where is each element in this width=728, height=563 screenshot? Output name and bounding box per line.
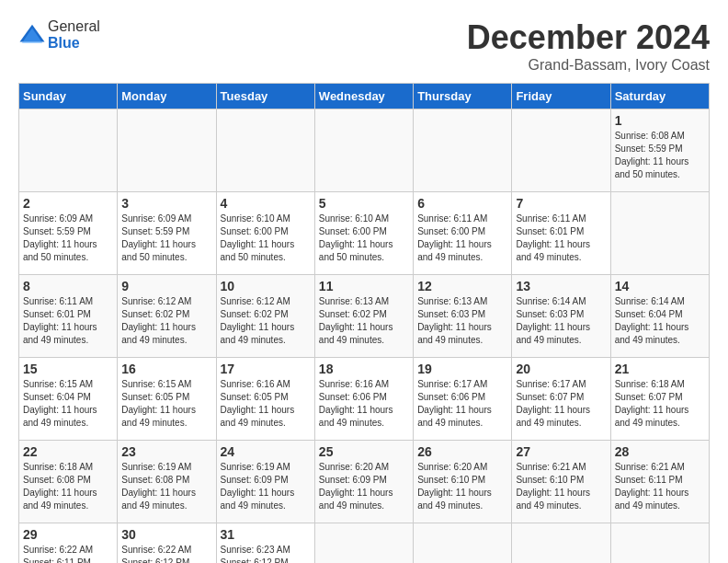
calendar-cell: 7Sunrise: 6:11 AM Sunset: 6:01 PM Daylig… [512, 192, 610, 275]
day-number: 28 [615, 444, 705, 459]
calendar-week-row: 15Sunrise: 6:15 AM Sunset: 6:04 PM Dayli… [19, 358, 710, 441]
calendar-cell [216, 109, 314, 192]
calendar-cell: 24Sunrise: 6:19 AM Sunset: 6:09 PM Dayli… [216, 441, 314, 523]
day-number: 12 [417, 279, 507, 293]
day-number: 14 [615, 279, 705, 293]
page-header: General Blue December 2024 Grand-Bassam,… [18, 18, 710, 74]
day-number: 21 [615, 362, 705, 376]
weekday-header: Wednesday [314, 84, 413, 109]
calendar-cell [414, 109, 512, 192]
day-info: Sunrise: 6:10 AM Sunset: 6:00 PM Dayligh… [221, 213, 311, 264]
logo: General Blue [18, 18, 100, 52]
day-info: Sunrise: 6:12 AM Sunset: 6:02 PM Dayligh… [221, 295, 311, 347]
calendar-cell: 30Sunrise: 6:22 AM Sunset: 6:12 PM Dayli… [118, 523, 216, 564]
calendar-cell: 18Sunrise: 6:16 AM Sunset: 6:06 PM Dayli… [314, 358, 413, 441]
day-info: Sunrise: 6:21 AM Sunset: 6:11 PM Dayligh… [615, 461, 705, 512]
calendar-cell: 19Sunrise: 6:17 AM Sunset: 6:06 PM Dayli… [414, 358, 512, 441]
calendar-cell: 2Sunrise: 6:09 AM Sunset: 5:59 PM Daylig… [19, 192, 118, 275]
day-number: 11 [319, 279, 409, 293]
weekday-header: Tuesday [216, 84, 314, 109]
day-number: 13 [516, 279, 606, 293]
calendar-cell: 5Sunrise: 6:10 AM Sunset: 6:00 PM Daylig… [314, 192, 413, 275]
location-subtitle: Grand-Bassam, Ivory Coast [467, 57, 710, 74]
calendar-cell: 31Sunrise: 6:23 AM Sunset: 6:12 PM Dayli… [216, 523, 314, 564]
day-info: Sunrise: 6:21 AM Sunset: 6:10 PM Dayligh… [516, 461, 606, 512]
logo-blue-text: Blue [48, 35, 80, 51]
calendar-cell: 15Sunrise: 6:15 AM Sunset: 6:04 PM Dayli… [19, 358, 118, 441]
weekday-header: Thursday [414, 84, 512, 109]
header-row: SundayMondayTuesdayWednesdayThursdayFrid… [19, 84, 710, 109]
day-info: Sunrise: 6:23 AM Sunset: 6:12 PM Dayligh… [221, 544, 311, 563]
day-number: 15 [23, 362, 113, 376]
calendar-cell: 10Sunrise: 6:12 AM Sunset: 6:02 PM Dayli… [216, 275, 314, 358]
day-info: Sunrise: 6:18 AM Sunset: 6:08 PM Dayligh… [23, 461, 113, 512]
calendar-cell [118, 109, 216, 192]
day-info: Sunrise: 6:16 AM Sunset: 6:06 PM Dayligh… [319, 378, 409, 430]
title-block: December 2024 Grand-Bassam, Ivory Coast [467, 18, 710, 74]
weekday-header: Sunday [19, 84, 118, 109]
day-number: 22 [23, 444, 113, 459]
day-info: Sunrise: 6:09 AM Sunset: 5:59 PM Dayligh… [23, 213, 113, 264]
weekday-header: Saturday [610, 84, 709, 109]
calendar-cell: 8Sunrise: 6:11 AM Sunset: 6:01 PM Daylig… [19, 275, 118, 358]
day-info: Sunrise: 6:09 AM Sunset: 5:59 PM Dayligh… [121, 213, 211, 264]
calendar-cell: 17Sunrise: 6:16 AM Sunset: 6:05 PM Dayli… [216, 358, 314, 441]
day-info: Sunrise: 6:20 AM Sunset: 6:09 PM Dayligh… [319, 461, 409, 512]
calendar-cell: 29Sunrise: 6:22 AM Sunset: 6:11 PM Dayli… [19, 523, 118, 564]
calendar-cell: 3Sunrise: 6:09 AM Sunset: 5:59 PM Daylig… [118, 192, 216, 275]
day-number: 2 [23, 196, 113, 211]
calendar-cell: 14Sunrise: 6:14 AM Sunset: 6:04 PM Dayli… [610, 275, 709, 358]
calendar-cell: 28Sunrise: 6:21 AM Sunset: 6:11 PM Dayli… [610, 441, 709, 523]
day-info: Sunrise: 6:08 AM Sunset: 5:59 PM Dayligh… [615, 130, 705, 181]
calendar-header: SundayMondayTuesdayWednesdayThursdayFrid… [19, 84, 710, 109]
day-number: 9 [121, 279, 211, 293]
day-info: Sunrise: 6:19 AM Sunset: 6:08 PM Dayligh… [121, 461, 211, 512]
calendar-cell: 27Sunrise: 6:21 AM Sunset: 6:10 PM Dayli… [512, 441, 610, 523]
calendar-cell: 6Sunrise: 6:11 AM Sunset: 6:00 PM Daylig… [414, 192, 512, 275]
calendar-cell [314, 523, 413, 564]
logo-general-text: General [48, 18, 100, 34]
calendar-week-row: 8Sunrise: 6:11 AM Sunset: 6:01 PM Daylig… [19, 275, 710, 358]
day-number: 31 [221, 527, 311, 542]
calendar-cell: 23Sunrise: 6:19 AM Sunset: 6:08 PM Dayli… [118, 441, 216, 523]
calendar-cell: 11Sunrise: 6:13 AM Sunset: 6:02 PM Dayli… [314, 275, 413, 358]
calendar-cell: 4Sunrise: 6:10 AM Sunset: 6:00 PM Daylig… [216, 192, 314, 275]
day-info: Sunrise: 6:22 AM Sunset: 6:11 PM Dayligh… [23, 544, 113, 563]
day-number: 23 [121, 444, 211, 459]
day-number: 1 [615, 113, 705, 128]
day-number: 29 [23, 527, 113, 542]
day-info: Sunrise: 6:10 AM Sunset: 6:00 PM Dayligh… [319, 213, 409, 264]
day-info: Sunrise: 6:17 AM Sunset: 6:07 PM Dayligh… [516, 378, 606, 430]
day-number: 4 [221, 196, 311, 211]
calendar-cell: 22Sunrise: 6:18 AM Sunset: 6:08 PM Dayli… [19, 441, 118, 523]
calendar-cell: 12Sunrise: 6:13 AM Sunset: 6:03 PM Dayli… [414, 275, 512, 358]
month-year-title: December 2024 [467, 18, 710, 57]
calendar-table: SundayMondayTuesdayWednesdayThursdayFrid… [18, 83, 710, 563]
calendar-week-row: 2Sunrise: 6:09 AM Sunset: 5:59 PM Daylig… [19, 192, 710, 275]
day-info: Sunrise: 6:12 AM Sunset: 6:02 PM Dayligh… [121, 295, 211, 347]
day-number: 30 [121, 527, 211, 542]
calendar-cell: 26Sunrise: 6:20 AM Sunset: 6:10 PM Dayli… [414, 441, 512, 523]
day-number: 3 [121, 196, 211, 211]
calendar-body: 1Sunrise: 6:08 AM Sunset: 5:59 PM Daylig… [19, 109, 710, 564]
day-number: 8 [23, 279, 113, 293]
day-info: Sunrise: 6:13 AM Sunset: 6:02 PM Dayligh… [319, 295, 409, 347]
calendar-cell: 16Sunrise: 6:15 AM Sunset: 6:05 PM Dayli… [118, 358, 216, 441]
day-number: 18 [319, 362, 409, 376]
calendar-week-row: 29Sunrise: 6:22 AM Sunset: 6:11 PM Dayli… [19, 523, 710, 564]
day-info: Sunrise: 6:20 AM Sunset: 6:10 PM Dayligh… [417, 461, 507, 512]
calendar-cell [610, 523, 709, 564]
day-info: Sunrise: 6:17 AM Sunset: 6:06 PM Dayligh… [417, 378, 507, 430]
day-info: Sunrise: 6:14 AM Sunset: 6:03 PM Dayligh… [516, 295, 606, 347]
calendar-cell: 1Sunrise: 6:08 AM Sunset: 5:59 PM Daylig… [610, 109, 709, 192]
day-number: 16 [121, 362, 211, 376]
day-info: Sunrise: 6:13 AM Sunset: 6:03 PM Dayligh… [417, 295, 507, 347]
day-info: Sunrise: 6:11 AM Sunset: 6:01 PM Dayligh… [516, 213, 606, 264]
weekday-header: Monday [118, 84, 216, 109]
calendar-cell [512, 109, 610, 192]
day-number: 25 [319, 444, 409, 459]
day-number: 26 [417, 444, 507, 459]
calendar-cell: 13Sunrise: 6:14 AM Sunset: 6:03 PM Dayli… [512, 275, 610, 358]
day-number: 10 [221, 279, 311, 293]
day-number: 20 [516, 362, 606, 376]
